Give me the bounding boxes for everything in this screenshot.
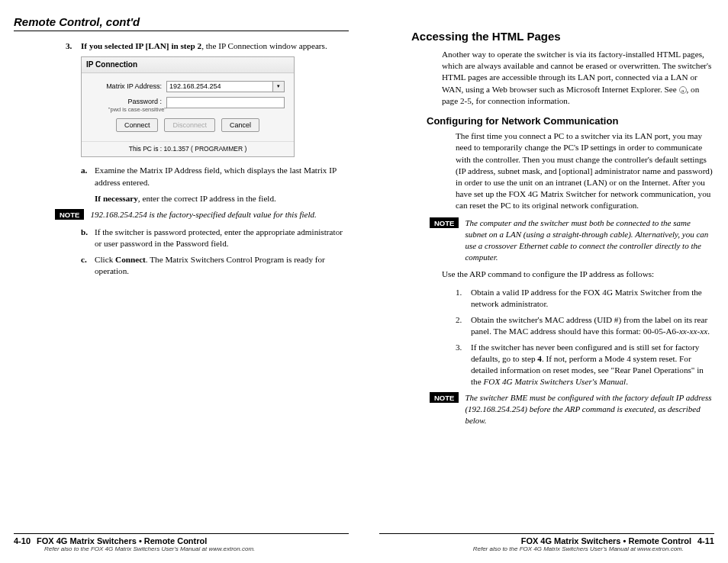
- note-right-1: NOTE The computer and the switcher must …: [379, 217, 714, 262]
- substep-a: a. Examine the Matrix IP Address field, …: [14, 165, 349, 188]
- substep-c: c. Click Connect. The Matrix Switchers C…: [14, 254, 349, 277]
- dialog-title: IP Connection: [82, 57, 294, 73]
- heading-accessing: Accessing the HTML Pages: [379, 29, 714, 44]
- config-para: The first time you connect a PC to a swi…: [379, 130, 714, 211]
- substep-b: b. If the switcher is password protected…: [14, 227, 349, 249]
- circle-ref-icon: a: [679, 86, 687, 94]
- pw-hint: "pwd is case-sensitive": [108, 106, 166, 114]
- pw-label: Password :: [108, 97, 166, 106]
- rstep-1: 1. Obtain a valid IP address for the FOX…: [379, 287, 714, 310]
- heading-configuring: Configuring for Network Communication: [379, 114, 714, 128]
- page-header-left: Remote Control, cont'd: [14, 15, 349, 31]
- intro-para: Another way to operate the switcher is v…: [379, 49, 714, 107]
- dialog-footer: This PC is : 10.1.357 ( PROGRAMMER ): [82, 141, 294, 156]
- cancel-button: Cancel: [221, 118, 259, 132]
- dropdown-icon: ▾: [273, 81, 285, 92]
- rstep-2: 2. Obtain the switcher's MAC address (UI…: [379, 314, 714, 337]
- rstep-3: 3. If the switcher has never been config…: [379, 342, 714, 388]
- footer-left: 4-10 FOX 4G Matrix Switchers • Remote Co…: [14, 533, 349, 552]
- page-num-left: 4-10: [14, 536, 31, 545]
- pw-input: [166, 97, 285, 108]
- disconnect-button: Disconnect: [164, 118, 215, 132]
- footer-right: FOX 4G Matrix Switchers • Remote Control…: [379, 533, 714, 552]
- ip-label: Matrix IP Address:: [106, 82, 166, 91]
- note-right-2: NOTE The switcher BME must be configured…: [379, 392, 714, 426]
- connect-button: Connect: [116, 118, 159, 132]
- substep-a-cont: If necessary, enter the correct IP addre…: [14, 193, 349, 204]
- note-left-1: NOTE 192.168.254.254 is the factory-spec…: [14, 209, 349, 220]
- ip-input: 192.168.254.254: [166, 81, 273, 92]
- ip-connection-screenshot: IP Connection Matrix IP Address: 192.168…: [14, 56, 349, 157]
- arp-para: Use the ARP command to configure the IP …: [379, 269, 714, 280]
- step-3: 3. If you selected IP [LAN] in step 2, t…: [14, 40, 349, 52]
- page-num-right: 4-11: [697, 536, 714, 545]
